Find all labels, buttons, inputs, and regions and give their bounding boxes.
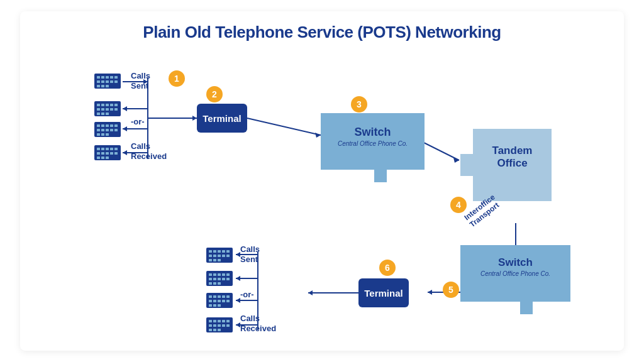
svg-rect-93 (218, 255, 221, 257)
svg-rect-116 (218, 295, 221, 298)
svg-rect-38 (110, 80, 113, 83)
phone-icon-3 (94, 121, 121, 138)
svg-marker-10 (192, 116, 197, 121)
svg-rect-105 (209, 278, 212, 280)
svg-marker-22 (236, 252, 240, 257)
svg-rect-102 (218, 273, 221, 276)
svg-rect-66 (110, 129, 113, 131)
svg-rect-126 (218, 304, 221, 307)
svg-rect-54 (97, 112, 100, 115)
svg-rect-121 (218, 300, 221, 302)
svg-rect-131 (222, 320, 225, 322)
svg-rect-133 (209, 324, 212, 327)
svg-rect-117 (222, 295, 225, 298)
svg-rect-70 (106, 133, 109, 136)
phone-icon-5 (206, 246, 233, 264)
svg-marker-28 (236, 322, 240, 327)
svg-rect-137 (226, 324, 230, 327)
svg-rect-138 (209, 329, 212, 331)
svg-rect-67 (114, 129, 118, 131)
svg-line-13 (421, 141, 459, 160)
svg-rect-139 (213, 329, 216, 331)
diagram: Calls Sent -or- Calls Received 1 Termina… (38, 53, 606, 343)
switch-2: Switch Central Office Phone Co. (460, 245, 570, 314)
phone-icon-7 (206, 292, 233, 309)
svg-rect-30 (97, 76, 100, 79)
svg-rect-129 (213, 320, 216, 322)
svg-rect-140 (218, 329, 221, 331)
svg-rect-132 (226, 320, 230, 322)
svg-rect-136 (222, 324, 225, 327)
svg-rect-107 (218, 278, 221, 280)
svg-rect-119 (209, 300, 212, 302)
badge-3: 3 (351, 96, 367, 112)
svg-rect-83 (101, 156, 104, 159)
svg-rect-103 (222, 273, 225, 276)
badge-6: 6 (379, 260, 396, 276)
svg-rect-64 (101, 129, 104, 131)
badge-1: 1 (169, 70, 185, 87)
svg-marker-14 (453, 158, 459, 163)
svg-rect-60 (106, 124, 109, 127)
switch-2-sublabel: Central Office Phone Co. (460, 270, 570, 277)
svg-rect-42 (106, 85, 109, 87)
svg-rect-58 (97, 124, 100, 127)
svg-rect-45 (101, 104, 104, 106)
phone-icon-1 (94, 72, 121, 90)
svg-rect-62 (114, 124, 118, 127)
svg-rect-80 (110, 152, 113, 155)
svg-rect-33 (110, 76, 113, 79)
svg-rect-76 (114, 148, 118, 150)
svg-rect-65 (106, 129, 109, 131)
svg-rect-77 (97, 152, 100, 155)
switch-1: Switch Central Office Phone Co. (321, 113, 425, 182)
svg-rect-31 (101, 76, 104, 79)
phone-icon-8 (206, 316, 233, 334)
svg-rect-34 (114, 76, 118, 79)
svg-marker-6 (123, 126, 127, 131)
svg-rect-98 (218, 259, 221, 261)
svg-rect-108 (222, 278, 225, 280)
badge-2: 2 (206, 86, 223, 102)
svg-rect-32 (106, 76, 109, 79)
terminal-2: Terminal (358, 278, 409, 307)
svg-marker-17 (428, 290, 432, 295)
svg-rect-50 (101, 108, 104, 111)
tandem-office: TandemOffice (460, 129, 552, 201)
switch-2-label: Switch (460, 256, 570, 269)
svg-rect-134 (213, 324, 216, 327)
svg-rect-69 (101, 133, 104, 136)
svg-rect-37 (106, 80, 109, 83)
phone-icon-6 (206, 270, 233, 287)
badge-4: 4 (450, 197, 467, 213)
svg-rect-130 (218, 320, 221, 322)
badge-5: 5 (443, 282, 459, 298)
svg-rect-84 (106, 156, 109, 159)
svg-rect-78 (101, 152, 104, 155)
svg-rect-59 (101, 124, 104, 127)
svg-rect-124 (209, 304, 212, 307)
svg-rect-81 (114, 152, 118, 155)
svg-rect-51 (106, 108, 109, 111)
svg-rect-53 (114, 108, 118, 111)
svg-rect-100 (209, 273, 212, 276)
svg-rect-111 (213, 282, 216, 285)
svg-rect-46 (106, 104, 109, 106)
svg-marker-26 (236, 298, 240, 303)
svg-rect-91 (209, 255, 212, 257)
svg-rect-48 (114, 104, 118, 106)
svg-rect-36 (101, 80, 104, 83)
svg-rect-115 (213, 295, 216, 298)
svg-rect-122 (222, 300, 225, 302)
svg-rect-87 (213, 250, 216, 253)
svg-rect-101 (213, 273, 216, 276)
svg-rect-44 (97, 104, 100, 106)
switch-1-sublabel: Central Office Phone Co. (321, 140, 425, 147)
svg-rect-123 (226, 300, 230, 302)
calls-sent-bottom: Calls Sent (240, 244, 260, 264)
svg-rect-94 (222, 255, 225, 257)
svg-rect-135 (218, 324, 221, 327)
svg-rect-63 (97, 129, 100, 131)
svg-rect-125 (213, 304, 216, 307)
or-top: -or- (131, 117, 145, 126)
